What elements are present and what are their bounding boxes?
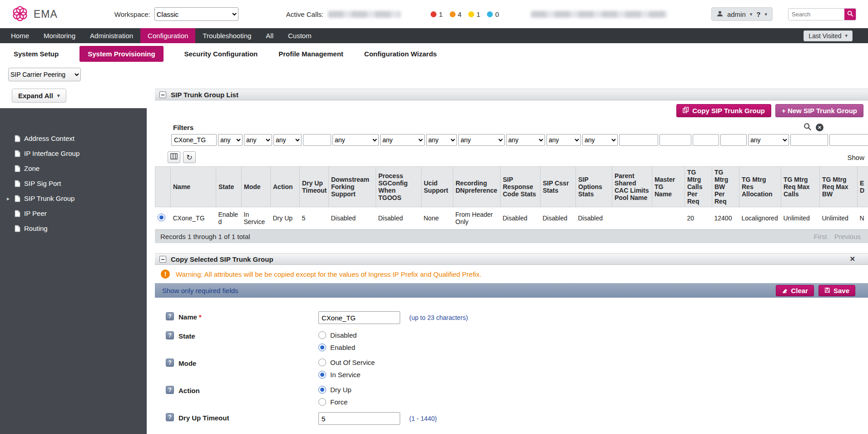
sidebar-item-ip-interface-group[interactable]: IP Interface Group [0, 146, 147, 161]
nav-item-all[interactable]: All [258, 28, 281, 43]
mode-option-out-of-service[interactable]: Out Of Service [318, 359, 375, 366]
alarm-counter-major[interactable]: 4 [450, 10, 461, 18]
column-header-req-max-bw[interactable]: TG Mtrg Req Max BW [820, 167, 858, 207]
nav-item-home[interactable]: Home [4, 28, 36, 43]
alarm-counter-info[interactable]: 0 [487, 10, 499, 18]
nav-item-custom[interactable]: Custom [281, 28, 319, 43]
sidebar-item-zone[interactable]: Zone [0, 161, 147, 176]
column-header-req-max-calls[interactable]: TG Mtrg Req Max Calls [781, 167, 820, 207]
filter-calls-per-req-input[interactable] [693, 134, 719, 146]
column-header-res-allocation[interactable]: TG Mtrg Res Allocation [739, 167, 781, 207]
sidebar-item-sip-trunk-group[interactable]: ▸ SIP Trunk Group [0, 191, 147, 206]
expand-arrow-icon[interactable]: ▸ [5, 195, 11, 202]
help-menu[interactable]: ? [756, 10, 760, 18]
column-header-parent-cac[interactable]: Parent Shared CAC Limits Pool Name [612, 167, 652, 207]
sidebar-item-sip-sig-port[interactable]: SIP Sig Port [0, 176, 147, 191]
nav-item-configuration[interactable]: Configuration [140, 28, 195, 43]
sidebar-item-address-context[interactable]: Address Context [0, 131, 147, 146]
close-panel-icon[interactable]: ✕ [849, 255, 855, 263]
filter-sip-options-select[interactable]: any [582, 134, 618, 146]
apply-filters-button[interactable] [804, 123, 812, 132]
filter-ucid-support-select[interactable]: any [426, 134, 457, 146]
pagination-previous[interactable]: Previous [834, 233, 861, 240]
column-header-action[interactable]: Action [271, 167, 300, 207]
column-header-sip-options[interactable]: SIP Options Stats [576, 167, 612, 207]
row-select-radio[interactable] [158, 214, 165, 221]
mode-option-in-service[interactable]: In Service [318, 371, 375, 379]
filter-parent-cac-input[interactable] [619, 134, 658, 146]
nav-item-administration[interactable]: Administration [83, 28, 140, 43]
table-row[interactable]: CXone_TG Enabled In Service Dry Up 5 Dis… [155, 207, 868, 229]
filter-downstream-forking-select[interactable]: any [332, 134, 379, 146]
dry-up-timeout-field[interactable] [318, 412, 400, 425]
action-option-dry-up[interactable]: Dry Up [318, 386, 352, 394]
name-field[interactable] [318, 311, 400, 324]
nav-item-troubleshooting[interactable]: Troubleshooting [195, 28, 258, 43]
column-header-ucid-support[interactable]: Ucid Support [422, 167, 453, 207]
column-header-calls-per-req[interactable]: TG Mtrg Calls Per Req [685, 167, 712, 207]
column-header-master-tg[interactable]: Master TG Name [652, 167, 685, 207]
save-button[interactable]: Save [818, 285, 855, 296]
filter-name-input[interactable] [171, 134, 217, 146]
sidebar-item-ip-peer[interactable]: IP Peer [0, 206, 147, 221]
action-option-force[interactable]: Force [318, 398, 352, 406]
column-header-process-sgconfig[interactable]: Process SGConfig When TGOOS [376, 167, 422, 207]
column-header-recording-dn[interactable]: Recording DNpreference [453, 167, 501, 207]
category-select[interactable]: SIP Carrier Peering [8, 68, 81, 81]
column-header-name[interactable]: Name [171, 167, 216, 207]
filter-res-allocation-select[interactable]: any [748, 134, 789, 146]
refresh-button[interactable]: ↻ [183, 151, 196, 163]
help-icon[interactable]: ? [166, 331, 174, 339]
state-option-disabled[interactable]: Disabled [318, 331, 357, 339]
filter-master-tg-input[interactable] [660, 134, 691, 146]
state-option-enabled[interactable]: Enabled [318, 344, 357, 351]
new-sip-trunk-group-button[interactable]: + New SIP Trunk Group [775, 104, 863, 117]
column-settings-button[interactable] [168, 151, 180, 163]
expand-all-button[interactable]: Expand All ▾ [12, 89, 66, 103]
show-required-fields-link[interactable]: Show only required fields [162, 287, 238, 294]
sidebar-item-routing[interactable]: Routing [0, 221, 147, 236]
pagination-first[interactable]: First [813, 233, 827, 240]
filter-sip-cssr-select[interactable]: any [546, 134, 581, 146]
column-header-dry-up-timeout[interactable]: Dry Up Timeout [300, 167, 329, 207]
column-header-mode[interactable]: Mode [242, 167, 271, 207]
workspace-select[interactable]: Classic [154, 7, 238, 21]
filter-state-select[interactable]: any [218, 134, 243, 146]
help-icon[interactable]: ? [166, 359, 174, 367]
filter-bw-per-req-input[interactable] [720, 134, 747, 146]
tab-system-setup[interactable]: System Setup [14, 50, 59, 58]
column-header-state[interactable]: State [216, 167, 242, 207]
filter-sip-response-select[interactable]: any [506, 134, 545, 146]
filter-req-max-calls-input[interactable] [790, 134, 828, 146]
filter-req-max-bw-input[interactable] [829, 134, 868, 146]
tab-configuration-wizards[interactable]: Configuration Wizards [364, 50, 437, 58]
clear-button[interactable]: Clear [776, 285, 814, 296]
alarm-counter-minor[interactable]: 1 [468, 10, 480, 18]
column-header-sip-response[interactable]: SIP Response Code Stats [501, 167, 541, 207]
column-header-sip-cssr[interactable]: SIP Cssr Stats [541, 167, 576, 207]
tab-system-provisioning[interactable]: System Provisioning [79, 46, 163, 62]
column-header-partial[interactable]: E D [858, 167, 868, 207]
column-header-downstream-forking[interactable]: Downstream Forking Support [329, 167, 376, 207]
collapse-panel-icon[interactable] [159, 91, 166, 98]
collapse-panel-icon[interactable] [159, 256, 166, 263]
filter-recording-dn-select[interactable]: any [458, 134, 505, 146]
filter-action-select[interactable]: any [273, 134, 302, 146]
help-icon[interactable]: ? [166, 413, 174, 421]
filter-mode-select[interactable]: any [244, 134, 272, 146]
tab-security-configuration[interactable]: Security Configuration [184, 50, 258, 58]
nav-item-monitoring[interactable]: Monitoring [36, 28, 83, 43]
column-header-bw-per-req[interactable]: TG Mtrg BW Per Req [712, 167, 739, 207]
last-visited-dropdown[interactable]: Last Visited ▾ [804, 30, 853, 41]
filter-dry-up-timeout-input[interactable] [303, 134, 331, 146]
help-icon[interactable]: ? [166, 312, 174, 320]
help-icon[interactable]: ? [166, 386, 174, 394]
search-input[interactable] [789, 9, 844, 20]
tab-profile-management[interactable]: Profile Management [278, 50, 343, 58]
search-button[interactable] [844, 8, 856, 20]
clear-filters-button[interactable]: ✕ [816, 124, 823, 131]
copy-sip-trunk-group-button[interactable]: Copy SIP Trunk Group [676, 104, 771, 117]
filter-process-sgconfig-select[interactable]: any [380, 134, 425, 146]
alarm-counter-critical[interactable]: 1 [431, 10, 442, 18]
user-menu[interactable]: admin ▾ ? ▾ [711, 7, 773, 21]
